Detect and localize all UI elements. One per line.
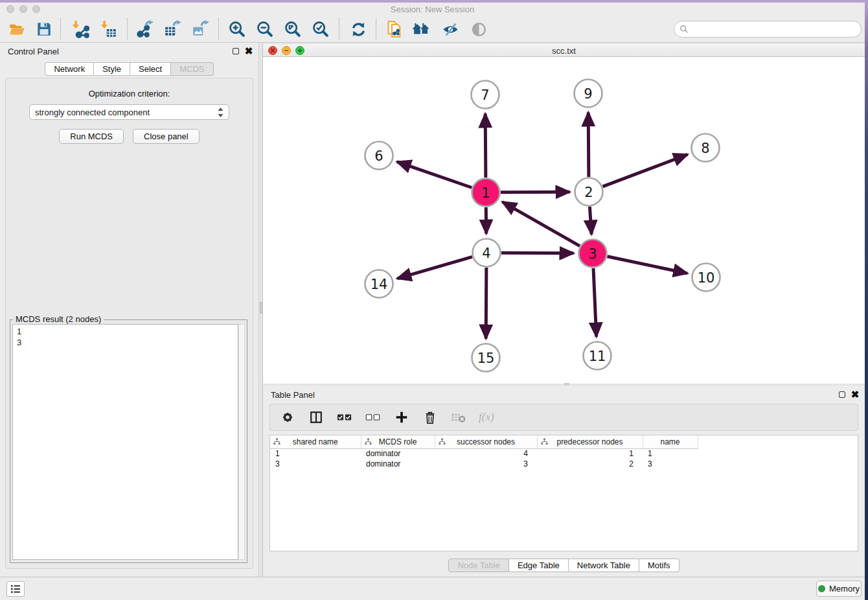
save-session-button[interactable] bbox=[32, 17, 56, 41]
table-cell[interactable]: 1 bbox=[270, 448, 361, 459]
table-cell[interactable]: dominator bbox=[361, 448, 435, 459]
memory-button[interactable]: Memory bbox=[816, 581, 862, 597]
tab-select[interactable]: Select bbox=[130, 62, 171, 76]
graph-node-label: 9 bbox=[584, 86, 592, 102]
tab-network-table[interactable]: Network Table bbox=[569, 559, 639, 572]
graph-node-label: 4 bbox=[482, 246, 490, 261]
graph-edge[interactable] bbox=[593, 268, 597, 337]
hierarchy-icon bbox=[439, 438, 446, 447]
table-cell[interactable]: 4 bbox=[435, 448, 537, 459]
graph-edge[interactable] bbox=[397, 162, 472, 188]
network-graph[interactable]: 7968124314101511 bbox=[263, 57, 865, 384]
import-network-button[interactable] bbox=[69, 17, 92, 41]
delete-table-button-disabled[interactable] bbox=[450, 409, 467, 426]
panel-splitter[interactable] bbox=[258, 43, 263, 577]
run-mcds-button[interactable]: Run MCDS bbox=[59, 129, 124, 144]
export-table-button[interactable] bbox=[161, 17, 185, 41]
desktop-right-edge bbox=[865, 0, 868, 600]
result-scrollbar[interactable] bbox=[238, 324, 245, 560]
table-cell[interactable]: 2 bbox=[537, 459, 643, 469]
graph-edge[interactable] bbox=[608, 257, 688, 273]
select-all-columns-button[interactable] bbox=[336, 409, 353, 426]
hide-graphics-button[interactable] bbox=[439, 17, 462, 41]
show-graphics-button[interactable] bbox=[467, 17, 490, 41]
close-panel-button-mcds[interactable]: Close panel bbox=[133, 129, 200, 144]
column-header-successor-nodes[interactable]: successor nodes bbox=[435, 435, 537, 448]
function-builder-button-disabled[interactable]: f(x) bbox=[479, 409, 494, 426]
tab-network[interactable]: Network bbox=[45, 62, 94, 76]
table-cell[interactable]: 1 bbox=[643, 448, 698, 459]
tab-mcds[interactable]: MCDS bbox=[171, 62, 213, 76]
zoom-selected-button[interactable] bbox=[309, 17, 332, 41]
table-cell[interactable]: dominator bbox=[361, 459, 435, 469]
export-network-button[interactable] bbox=[133, 17, 157, 41]
column-header-mcds-role[interactable]: MCDS role bbox=[361, 435, 435, 448]
column-header-predecessor-nodes[interactable]: predecessor nodes bbox=[537, 435, 643, 448]
hierarchy-icon bbox=[541, 438, 548, 447]
graph-edge[interactable] bbox=[485, 113, 486, 178]
graph-edge[interactable] bbox=[588, 112, 589, 177]
graph-node-label: 3 bbox=[588, 246, 597, 262]
zoom-in-icon bbox=[228, 20, 246, 38]
table-cell bbox=[698, 459, 858, 469]
show-column-button[interactable] bbox=[308, 409, 325, 426]
graph-edge[interactable] bbox=[503, 202, 580, 246]
graph-edge[interactable] bbox=[486, 268, 486, 339]
node-table-body: 1dominator4113dominator323 bbox=[270, 448, 858, 469]
table-cell[interactable]: 3 bbox=[643, 459, 698, 469]
table-settings-button[interactable] bbox=[279, 409, 296, 426]
search-field[interactable] bbox=[674, 21, 862, 38]
table-row[interactable]: 3dominator323 bbox=[270, 459, 858, 469]
close-table-panel-button[interactable]: ✖ bbox=[851, 390, 860, 399]
splitter-handle[interactable] bbox=[260, 302, 262, 314]
table-cell[interactable]: 3 bbox=[435, 459, 537, 469]
float-icon bbox=[839, 391, 845, 398]
export-network-icon bbox=[136, 20, 154, 38]
eye-slash-icon bbox=[441, 20, 460, 39]
apply-layout-button[interactable] bbox=[347, 17, 370, 41]
column-header-shared-name[interactable]: shared name bbox=[270, 435, 361, 448]
unselect-all-columns-button[interactable] bbox=[365, 409, 382, 426]
graph-edge[interactable] bbox=[603, 154, 688, 186]
graph-edge[interactable] bbox=[501, 192, 570, 192]
export-image-button[interactable] bbox=[189, 17, 212, 41]
mcds-result-list[interactable]: 13 bbox=[12, 324, 238, 560]
cybrowser-button[interactable] bbox=[410, 17, 433, 41]
import-table-button[interactable] bbox=[97, 17, 120, 41]
graph-edge[interactable] bbox=[501, 253, 574, 253]
graph-edge[interactable] bbox=[589, 207, 591, 235]
search-input[interactable] bbox=[689, 23, 861, 36]
column-header-name[interactable]: name bbox=[643, 435, 698, 448]
float-panel-button[interactable] bbox=[231, 47, 240, 56]
graph-node-label: 8 bbox=[701, 141, 709, 156]
task-history-button[interactable] bbox=[6, 581, 25, 597]
tab-style[interactable]: Style bbox=[94, 62, 130, 76]
table-row[interactable]: 1dominator411 bbox=[270, 448, 858, 459]
float-table-panel-button[interactable] bbox=[838, 390, 847, 399]
network-from-file-button[interactable] bbox=[383, 17, 406, 41]
create-column-button[interactable] bbox=[393, 409, 410, 426]
tab-node-table[interactable]: Node Table bbox=[448, 559, 509, 572]
tab-motifs[interactable]: Motifs bbox=[639, 559, 680, 572]
zoom-in-button[interactable] bbox=[225, 17, 249, 41]
import-network-icon bbox=[71, 20, 89, 38]
graph-edge[interactable] bbox=[397, 257, 472, 278]
close-panel-button[interactable]: ✖ bbox=[244, 47, 253, 56]
tab-edge-table[interactable]: Edge Table bbox=[509, 559, 569, 572]
zoom-out-button[interactable] bbox=[253, 17, 277, 41]
zoom-fit-button[interactable] bbox=[281, 17, 304, 41]
unchecked-boxes-icon bbox=[365, 413, 381, 422]
optimization-criterion-select[interactable]: strongly connected component bbox=[29, 104, 229, 120]
table-cell[interactable]: 3 bbox=[270, 459, 361, 469]
graph-node-label: 11 bbox=[589, 349, 606, 364]
checked-boxes-icon bbox=[337, 413, 352, 422]
network-view-window: scc.txt 7968124314101511 bbox=[263, 43, 865, 386]
open-session-button[interactable] bbox=[5, 17, 29, 41]
network-canvas[interactable]: 7968124314101511 bbox=[263, 57, 865, 384]
table-panel: Table Panel ✖ bbox=[263, 386, 865, 577]
delete-column-button[interactable] bbox=[422, 409, 439, 426]
hierarchy-icon bbox=[273, 438, 280, 447]
close-icon: ✖ bbox=[851, 391, 860, 398]
table-panel-tabs: Node Table Edge Table Network Table Moti… bbox=[263, 559, 865, 572]
table-cell[interactable]: 1 bbox=[537, 448, 643, 459]
